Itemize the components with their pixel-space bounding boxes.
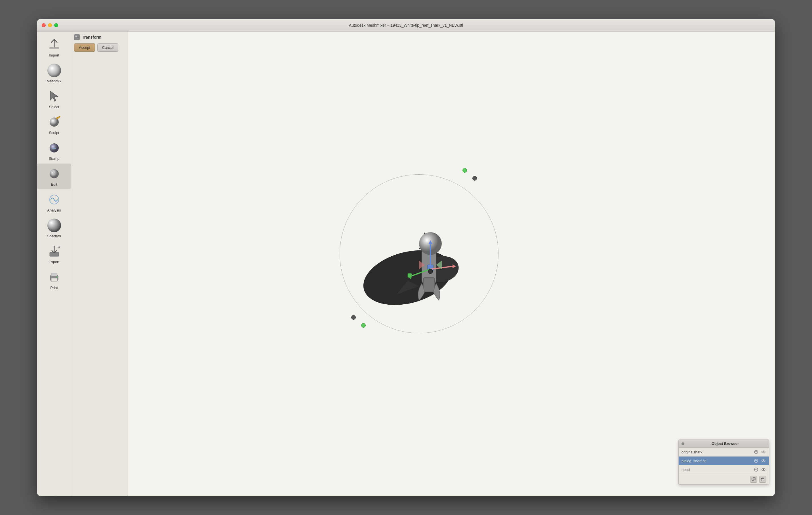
sidebar-item-shaders[interactable]: Shaders: [37, 215, 71, 241]
svg-point-46: [754, 468, 758, 471]
ob-item-originalshark[interactable]: originalshark: [679, 448, 769, 457]
svg-rect-17: [51, 278, 57, 282]
import-icon: [46, 37, 62, 53]
handle-top-right-green[interactable]: [462, 168, 467, 172]
svg-rect-20: [75, 35, 77, 37]
ob-item-eye-icon-head[interactable]: [761, 467, 766, 472]
sidebar-item-print[interactable]: Print: [37, 267, 71, 292]
object-browser: Object Browser originalshark: [678, 439, 769, 485]
ob-item-eye-icon-pinleg[interactable]: [761, 458, 766, 463]
shaders-icon: [46, 217, 62, 233]
import-label: Import: [49, 53, 59, 57]
svg-rect-38: [408, 273, 412, 277]
ob-item-edit-icon-pinleg[interactable]: [754, 458, 759, 463]
meshmix-label: Meshmix: [47, 79, 61, 83]
select-icon: [46, 88, 62, 104]
sidebar-item-stamp[interactable]: Stamp: [37, 138, 71, 163]
select-label: Select: [49, 105, 59, 109]
sidebar-item-export[interactable]: Export: [37, 241, 71, 266]
ob-item-name-originalshark: originalshark: [682, 450, 754, 454]
minimize-button[interactable]: [48, 23, 52, 27]
sidebar-item-select[interactable]: Select: [37, 86, 71, 111]
tool-panel-title: Transform: [82, 35, 101, 39]
sculpt-icon: [46, 114, 62, 130]
ob-item-icons-pinleg: [754, 458, 766, 463]
sidebar-item-analysis[interactable]: Analysis: [37, 189, 71, 215]
ob-item-icons-head: [754, 467, 766, 472]
tool-panel: Transform Accept Cancel: [71, 31, 128, 496]
export-label: Export: [49, 260, 60, 264]
ob-title: Object Browser: [684, 441, 766, 446]
svg-rect-27: [423, 278, 435, 292]
sidebar-item-edit[interactable]: Edit: [37, 164, 71, 189]
ob-item-eye-icon-originalshark[interactable]: [761, 450, 766, 455]
transform-panel-icon: [74, 34, 80, 40]
svg-marker-4: [50, 91, 58, 101]
analysis-icon: [46, 192, 62, 208]
window-title: Autodesk Meshmixer – 19413_White-tip_ree…: [349, 23, 463, 28]
handle-top-right-dark[interactable]: [472, 176, 477, 181]
svg-point-43: [754, 459, 758, 462]
cancel-button[interactable]: Cancel: [97, 44, 118, 52]
viewport[interactable]: Object Browser originalshark: [128, 31, 775, 496]
sidebar-item-import[interactable]: Import: [37, 34, 71, 60]
analysis-label: Analysis: [47, 208, 61, 212]
export-icon: [46, 243, 62, 259]
ob-dot: [682, 442, 684, 445]
svg-point-45: [763, 460, 764, 461]
ob-item-name-pinleg: pinleg_short.stl: [682, 459, 754, 463]
svg-point-9: [50, 169, 59, 178]
viewport-canvas: Object Browser originalshark: [128, 31, 775, 496]
ob-item-name-head: head: [682, 468, 754, 472]
svg-rect-18: [51, 273, 57, 276]
main-content: Import Meshmix Select: [37, 31, 775, 496]
ob-header: Object Browser: [679, 440, 769, 448]
traffic-lights: [42, 23, 58, 27]
shaders-label: Shaders: [47, 234, 61, 238]
sculpt-label: Sculpt: [49, 131, 59, 135]
ob-item-pinleg[interactable]: pinleg_short.stl: [679, 457, 769, 465]
ob-item-icons-originalshark: [754, 450, 766, 455]
sidebar: Import Meshmix Select: [37, 31, 71, 496]
svg-point-39: [428, 269, 433, 274]
svg-point-48: [763, 469, 764, 470]
svg-rect-51: [761, 478, 764, 481]
print-icon: [46, 269, 62, 285]
close-button[interactable]: [42, 23, 46, 27]
meshmix-icon: [46, 62, 62, 78]
sidebar-item-sculpt[interactable]: Sculpt: [37, 112, 71, 137]
3d-model: [351, 192, 487, 329]
sidebar-item-meshmix[interactable]: Meshmix: [37, 60, 71, 85]
accept-button[interactable]: Accept: [74, 44, 95, 52]
stamp-icon: [46, 140, 62, 156]
tool-panel-header: Transform: [74, 34, 125, 40]
application-window: Autodesk Meshmixer – 19413_White-tip_ree…: [37, 19, 775, 496]
ob-item-edit-icon-head[interactable]: [754, 467, 759, 472]
ob-item-edit-icon-originalshark[interactable]: [754, 450, 759, 455]
scene-area: [320, 155, 518, 353]
svg-point-42: [763, 452, 764, 453]
ob-item-head[interactable]: head: [679, 465, 769, 474]
svg-point-19: [56, 276, 58, 278]
svg-point-40: [754, 450, 758, 454]
tool-buttons: Accept Cancel: [74, 44, 125, 52]
edit-label: Edit: [51, 182, 57, 187]
titlebar: Autodesk Meshmixer – 19413_White-tip_ree…: [37, 19, 775, 31]
ob-delete-button[interactable]: [759, 476, 766, 483]
svg-rect-21: [77, 37, 79, 39]
edit-icon: [46, 166, 62, 182]
stamp-label: Stamp: [49, 157, 60, 161]
ob-duplicate-button[interactable]: [750, 476, 757, 483]
ob-footer: [679, 474, 769, 484]
print-label: Print: [50, 286, 58, 290]
maximize-button[interactable]: [54, 23, 58, 27]
